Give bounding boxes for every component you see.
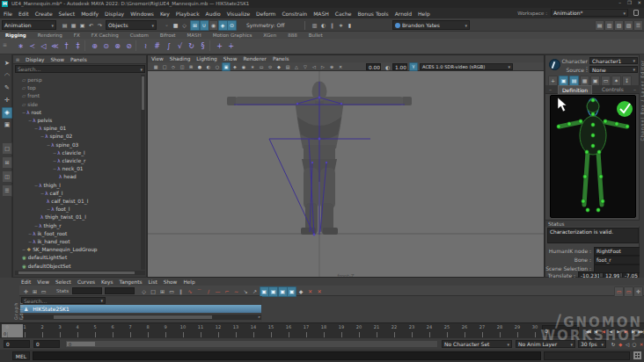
character-select[interactable]: Character1▾: [589, 57, 638, 64]
graph-editor-menu-keys[interactable]: Keys: [101, 279, 113, 285]
viewport-menu-show[interactable]: Show: [223, 56, 238, 62]
lasso-tool-icon[interactable]: ◠: [2, 70, 12, 82]
viewport-toggle-icon-5[interactable]: ●: [195, 62, 204, 71]
channel-box-icon[interactable]: ☰: [633, 20, 643, 31]
viewport-toggle-icon-14[interactable]: ◆: [274, 62, 283, 71]
outliner-item-top[interactable]: ▱top: [22, 84, 36, 91]
playblast-options-icon[interactable]: ✕: [637, 340, 644, 350]
tab-definition[interactable]: Definition: [558, 85, 592, 94]
modeling-toolkit-icon[interactable]: ▥: [604, 20, 614, 31]
attribute-editor-icon[interactable]: ▨: [624, 20, 633, 31]
viewport-toggle-icon-3[interactable]: ◫: [178, 62, 187, 71]
unify-tangents-icon[interactable]: ▣: [278, 286, 288, 297]
menu-arnold[interactable]: Arnold: [395, 11, 412, 17]
expand-toggle-icon[interactable]: −: [28, 118, 32, 123]
menu-modify[interactable]: Modify: [81, 11, 99, 17]
viewport-toggle-icon-1[interactable]: □: [160, 62, 169, 71]
snap-to-curve-icon[interactable]: ∪: [200, 20, 209, 31]
stats-field-1[interactable]: [72, 287, 102, 294]
command-input[interactable]: [33, 351, 541, 360]
viewport-3d-view[interactable]: front-Z: [148, 71, 544, 277]
menu-file[interactable]: File: [4, 11, 12, 17]
gamma-field[interactable]: 1.00: [392, 63, 407, 70]
viewport-toggle-icon-8[interactable]: ▣: [222, 62, 231, 71]
menu-visualize[interactable]: Visualize: [227, 11, 250, 17]
pin-channel-icon[interactable]: ✛: [633, 286, 643, 297]
gamma-icon[interactable]: γ: [409, 62, 418, 71]
viewport-toggle-icon-6[interactable]: ◐: [204, 62, 213, 71]
expand-toggle-icon[interactable]: −: [28, 231, 32, 236]
shelf-tab-rendering[interactable]: Rendering: [38, 33, 62, 38]
make-live-icon[interactable]: ⊙: [227, 20, 237, 31]
ik-spline-handle-icon[interactable]: ◁: [39, 40, 48, 51]
viewport-menu-view[interactable]: View: [151, 56, 164, 62]
shelf-tab-888[interactable]: 888: [288, 33, 297, 38]
create-joint-icon[interactable]: ∗: [16, 40, 26, 51]
add-attribute-icon[interactable]: +: [215, 40, 224, 51]
viewport-menu-lighting[interactable]: Lighting: [196, 56, 216, 62]
workspace-select[interactable]: Animation*▾: [551, 9, 628, 17]
graph-editor-menu-list[interactable]: List: [149, 279, 157, 285]
shelf-tab-bullet[interactable]: Bullet: [309, 33, 323, 38]
symmetry-status[interactable]: Symmetry: Off: [246, 22, 284, 28]
shelf-tab-motion-graphics[interactable]: Motion Graphics: [213, 33, 252, 38]
interactive-bind-icon[interactable]: ⊙: [101, 40, 111, 51]
paint-select-tool-icon[interactable]: ✎: [2, 83, 12, 94]
menu-select[interactable]: Select: [59, 11, 76, 17]
outliner-item-spine-02[interactable]: −λspine_02: [40, 133, 72, 140]
right-sidebar-strip[interactable]: Channel Box / Layer Editor: [640, 54, 644, 278]
workspace-lock-icon[interactable]: [633, 10, 639, 16]
value-snap-icon[interactable]: ✕: [315, 286, 325, 297]
graph-editor-hscrollbar[interactable]: ◂ ▸: [20, 315, 261, 320]
outliner-menu-show[interactable]: Show: [50, 57, 64, 62]
script-editor-icon[interactable]: [633, 351, 641, 359]
time-snap-icon[interactable]: ✕: [305, 286, 315, 297]
outliner-item-foot-l[interactable]: −λfoot_l: [47, 206, 70, 213]
menu-bonus-tools[interactable]: Bonus Tools: [357, 11, 388, 17]
panel-menu-icon[interactable]: ⊞: [16, 57, 19, 62]
viewport-toggle-icon-7[interactable]: ○: [213, 62, 222, 71]
select-tool-icon[interactable]: ➤: [2, 58, 12, 69]
bind-skin-icon[interactable]: ⊕: [90, 40, 99, 51]
viewport-toggle-icon-18[interactable]: ◁: [310, 62, 318, 71]
hik-character-controls-icon[interactable]: ▧: [614, 20, 624, 31]
character-set-select[interactable]: No Character Set▾: [442, 340, 512, 348]
tab-controls[interactable]: Controls: [598, 85, 627, 93]
move-tool-icon[interactable]: ✛: [2, 95, 12, 106]
expand-toggle-icon[interactable]: −: [34, 183, 38, 188]
menu-display[interactable]: Display: [105, 11, 124, 17]
menu-mash[interactable]: MASH: [313, 11, 329, 17]
viewport-toggle-icon-20[interactable]: ⊕: [327, 62, 336, 71]
outliner-item-clavicle-r[interactable]: −λclavicle_r: [53, 157, 86, 164]
tab-overflow-right[interactable]: –: [633, 86, 636, 92]
expand-toggle-icon[interactable]: −: [47, 206, 50, 212]
outliner-item-spine-01[interactable]: −λspine_01: [34, 125, 66, 132]
fps-select[interactable]: 30 fps▾: [578, 340, 606, 348]
buffer-curve-snapshot-icon[interactable]: ▭: [614, 286, 624, 297]
viewport-toggle-icon-17[interactable]: ▽: [301, 62, 310, 71]
viewport-toggle-icon-13[interactable]: ⊙: [266, 62, 274, 71]
viewport-toggle-icon-2[interactable]: ◇: [169, 62, 178, 71]
lock-tangent-weight-icon[interactable]: ◆: [296, 286, 306, 297]
expand-toggle-icon[interactable]: −: [40, 191, 44, 196]
viewport-toggle-icon-11[interactable]: ∗: [248, 62, 257, 71]
minimize-button[interactable]: –: [618, 0, 621, 5]
tab-overflow-left[interactable]: –: [549, 86, 552, 92]
viewport-menu-panels[interactable]: Panels: [273, 56, 289, 62]
shelf-tab-mash[interactable]: MASH: [187, 33, 201, 38]
menu-windows[interactable]: Windows: [130, 11, 154, 17]
layout-split-pane-icon[interactable]: ◫: [2, 170, 12, 183]
shelf-tab-bifrost[interactable]: Bifrost: [160, 33, 176, 38]
raise-panels-icon[interactable]: ▤: [595, 20, 604, 31]
ik-handle-icon[interactable]: ≺: [27, 40, 37, 51]
menu-audio[interactable]: Audio: [206, 11, 221, 17]
expand-toggle-icon[interactable]: −: [53, 158, 56, 163]
outliner-vscrollbar[interactable]: [141, 75, 145, 270]
bone--field[interactable]: foot_r: [594, 256, 644, 264]
rotate-tool-icon[interactable]: ◈: [2, 107, 12, 119]
outliner-item-thigh-l[interactable]: −λthigh_l: [34, 182, 61, 189]
outliner-item-neck-01[interactable]: −λneck_01: [53, 165, 84, 172]
outliner-item-sk-mannequin-lodgroup[interactable]: −❖SK_Mannequin_LodGroup: [22, 246, 98, 253]
menu-help[interactable]: Help: [418, 11, 430, 17]
outliner-item-pelvis[interactable]: −λpelvis: [28, 117, 52, 124]
